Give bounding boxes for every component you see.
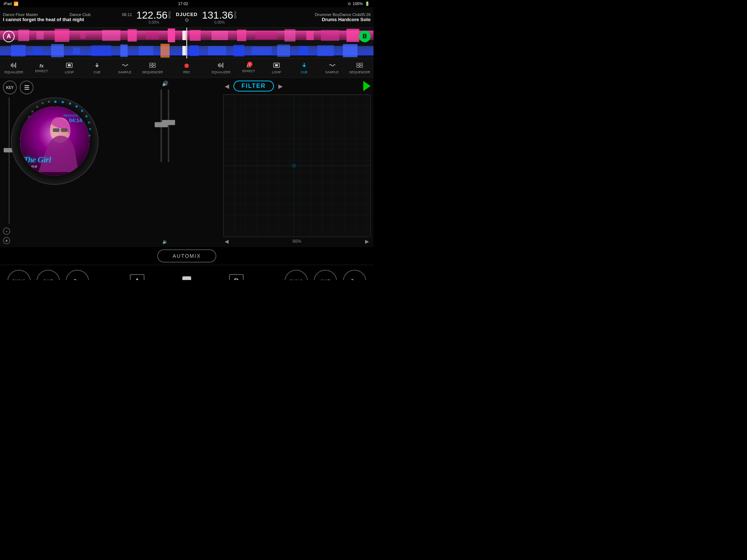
- deck-a-bpm-value: 122.56 BPM: [136, 10, 172, 20]
- left-fader[interactable]: [160, 89, 162, 162]
- turntable-wrapper[interactable]: REMAINING 04:14 The Girl shame: [11, 97, 98, 185]
- equalizer-left-icon: [10, 62, 18, 70]
- cue-a-btn[interactable]: CUE: [36, 270, 60, 280]
- filter-btn[interactable]: FILTER: [233, 81, 274, 92]
- cue-left-btn[interactable]: CUE: [83, 59, 111, 78]
- svg-rect-47: [220, 63, 220, 67]
- sample-left-btn[interactable]: SAMPLE: [111, 59, 139, 78]
- sync-b-btn[interactable]: SYNC: [285, 270, 308, 280]
- play-a-btn[interactable]: ▶: [66, 270, 89, 280]
- deck-b-bpm-number: 131.36: [202, 10, 233, 20]
- svg-rect-22: [73, 47, 80, 54]
- minus-label: -: [6, 228, 8, 234]
- cue-right-btn[interactable]: CUE: [290, 59, 318, 78]
- ipad-label: iPad: [4, 1, 12, 6]
- rec-icon: ⏺: [183, 62, 190, 70]
- svg-rect-26: [160, 44, 170, 58]
- battery-icon: 🔋: [365, 1, 370, 6]
- svg-rect-8: [168, 28, 175, 42]
- deck-a-artist: Dance Floor Master: [3, 12, 38, 17]
- svg-rect-28: [190, 45, 199, 56]
- right-fader-thumb[interactable]: [162, 120, 175, 125]
- deck-a-title: I cannot forget the heat of that night: [3, 17, 132, 22]
- effect-right-btn[interactable]: fx 1 EFFECT: [235, 59, 263, 78]
- right-fader[interactable]: [168, 89, 169, 162]
- loop-right-btn[interactable]: LOOP: [263, 59, 290, 78]
- equalizer-left-btn[interactable]: EQUALIZER: [0, 59, 28, 78]
- xy-x-percent: 66%: [293, 239, 301, 244]
- play-b-icon: ▶: [352, 277, 358, 280]
- cue-left-label: CUE: [93, 70, 100, 74]
- automix-btn[interactable]: AUTOMIX: [157, 249, 216, 262]
- svg-rect-52: [357, 63, 359, 65]
- rec-btn[interactable]: ⏺ REC: [174, 59, 200, 78]
- right-fader-track[interactable]: [168, 89, 169, 162]
- sample-left-icon: [121, 62, 128, 70]
- cue-right-label: CUE: [301, 70, 307, 74]
- svg-rect-2: [36, 31, 44, 39]
- list-icon: ☰: [24, 84, 29, 91]
- green-triangle-icon[interactable]: [363, 81, 371, 91]
- deck-b-row1: Drummer Boy Dance Club 05:26: [241, 12, 371, 17]
- sequencer-left-btn[interactable]: SEQUENCER: [139, 59, 166, 78]
- play-b-btn[interactable]: ▶: [343, 270, 366, 280]
- list-btn[interactable]: ☰: [20, 81, 34, 94]
- svg-rect-14: [285, 29, 295, 42]
- filter-next-btn[interactable]: ▶: [277, 81, 284, 91]
- svg-rect-32: [277, 44, 290, 57]
- xy-left-btn[interactable]: ◀: [225, 238, 229, 244]
- sample-right-btn[interactable]: SAMPLE: [318, 59, 346, 78]
- svg-rect-21: [51, 44, 64, 57]
- waveform-playhead: [186, 28, 187, 58]
- svg-rect-42: [150, 63, 152, 65]
- pitch-track[interactable]: [9, 97, 9, 224]
- turntable-outer[interactable]: REMAINING 04:14 The Girl shame: [11, 97, 98, 185]
- svg-point-57: [62, 101, 64, 103]
- svg-rect-51: [275, 64, 278, 66]
- sync-a-btn[interactable]: SYNC: [7, 270, 31, 280]
- deck-b-controls: SYNC CUE ▶: [285, 270, 366, 280]
- effect-left-btn[interactable]: fx EFFECT: [28, 59, 55, 78]
- remaining-label: REMAINING: [63, 114, 82, 117]
- crossfader-thumb[interactable]: [182, 276, 191, 280]
- key-btn[interactable]: KEY: [3, 81, 17, 94]
- battery-label: 100%: [353, 1, 363, 6]
- rec-label: REC: [183, 70, 190, 74]
- faders-container: [158, 88, 172, 239]
- left-panel-top: KEY ☰: [3, 81, 107, 94]
- deck-b-label-box: B: [229, 274, 244, 280]
- sync-b-label: SYNC: [289, 279, 303, 280]
- pitch-plus-btn[interactable]: +: [3, 237, 10, 244]
- loop-left-icon: [66, 62, 73, 70]
- toolbar-center: ⏺ REC: [174, 59, 200, 78]
- left-fader-track[interactable]: [160, 89, 162, 162]
- xy-pad[interactable]: [223, 94, 371, 237]
- svg-rect-41: [68, 64, 71, 66]
- cue-b-btn[interactable]: CUE: [314, 270, 337, 280]
- waveform-container[interactable]: A B // This won't run as expected in HTM…: [0, 28, 374, 59]
- cue-right-icon: [301, 62, 308, 70]
- settings-icon[interactable]: ⚙: [185, 17, 189, 23]
- sequencer-right-btn[interactable]: SEQUENCER: [346, 59, 374, 78]
- svg-rect-20: [33, 47, 42, 55]
- svg-rect-27: [182, 46, 186, 55]
- xy-right-btn[interactable]: ▶: [365, 238, 369, 244]
- svg-rect-43: [153, 63, 155, 65]
- deck-b-bpm-label: BPM: [234, 11, 237, 19]
- deck-a-badge: A: [3, 31, 15, 42]
- svg-rect-38: [14, 65, 15, 67]
- toolbar-left: EQUALIZER fx EFFECT LOOP CUE SAMPLE: [0, 59, 174, 78]
- equalizer-right-btn[interactable]: EQUALIZER: [207, 59, 235, 78]
- loop-left-btn[interactable]: LOOP: [55, 59, 83, 78]
- svg-rect-45: [153, 66, 155, 67]
- svg-rect-4: [80, 32, 86, 39]
- filter-prev-btn[interactable]: ◀: [223, 81, 231, 91]
- pitch-controls: - +: [3, 228, 10, 244]
- filter-label: FILTER: [241, 83, 266, 89]
- bottom-controls: SYNC CUE ▶ A B SYNC CUE ▶: [0, 265, 374, 280]
- deck-b-bpm-offset: 0.00%: [214, 20, 225, 24]
- deck-b-label: B: [234, 277, 239, 280]
- pitch-minus-btn[interactable]: -: [3, 228, 10, 235]
- svg-rect-46: [218, 64, 219, 67]
- remaining-text: REMAINING 04:14: [63, 114, 82, 123]
